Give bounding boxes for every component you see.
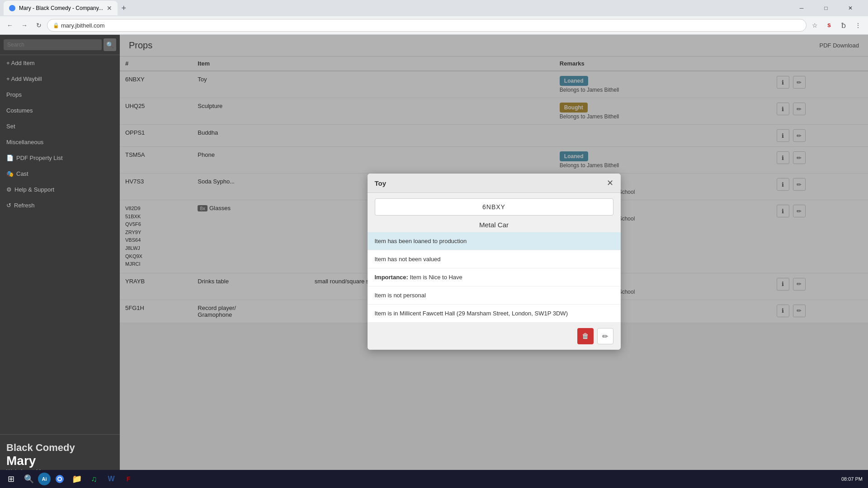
tab-bar: Mary - Black Comedy - Company... ✕ + ─ □… bbox=[0, 0, 868, 16]
help-icon: ⚙ bbox=[6, 186, 12, 193]
add-waybill-button[interactable]: + Add Waybill bbox=[0, 71, 120, 87]
taskbar-icon-explorer[interactable]: 📁 bbox=[69, 471, 85, 487]
modal-info-row-4: Item is not personal bbox=[368, 286, 621, 305]
project-name: Black Comedy bbox=[6, 442, 113, 454]
search-button[interactable]: 🔍 bbox=[104, 38, 116, 51]
modal-item-id: 6NBXY bbox=[375, 198, 613, 216]
modal-delete-button[interactable]: 🗑 bbox=[577, 328, 594, 344]
modal-info-row-2: Item has not been valued bbox=[368, 250, 621, 268]
add-item-label: + Add Item bbox=[6, 60, 35, 66]
add-item-button[interactable]: + Add Item bbox=[0, 55, 120, 71]
sidebar-item-miscellaneous[interactable]: Miscellaneous bbox=[0, 134, 120, 150]
window-controls: ─ □ ✕ bbox=[791, 0, 864, 16]
main-content: Props PDF Download # Item Remarks bbox=[120, 35, 868, 488]
tab-favicon bbox=[9, 5, 15, 11]
props-label: Props bbox=[6, 91, 22, 98]
sidebar: 🔍 + Add Item + Add Waybill Props Costume… bbox=[0, 35, 120, 488]
help-support-label: Help & Support bbox=[14, 186, 54, 193]
extension-icon-2[interactable]: ƀ bbox=[837, 19, 850, 32]
forward-button[interactable]: → bbox=[18, 19, 31, 32]
sidebar-item-costumes[interactable]: Costumes bbox=[0, 103, 120, 118]
reload-button[interactable]: ↻ bbox=[33, 19, 45, 32]
taskbar-icon-filezilla[interactable]: F bbox=[120, 471, 137, 487]
refresh-icon: ↺ bbox=[6, 202, 11, 209]
modal-header: Toy ✕ bbox=[368, 174, 621, 193]
modal-info-row-1: Item has been loaned to production bbox=[368, 232, 621, 250]
address-bar[interactable]: 🔒 mary.jbithell.com bbox=[47, 19, 807, 32]
modal-info-row-5: Item is in Millicent Fawcett Hall (29 Ma… bbox=[368, 305, 621, 323]
taskbar-right: 08:07 PM bbox=[841, 476, 866, 482]
pdf-property-list-label: PDF Property List bbox=[16, 155, 63, 161]
costumes-label: Costumes bbox=[6, 107, 33, 114]
tab-close-button[interactable]: ✕ bbox=[107, 5, 112, 12]
sidebar-item-help-support[interactable]: ⚙ Help & Support bbox=[0, 182, 120, 197]
cast-label: Cast bbox=[16, 170, 28, 177]
address-bar-row: ← → ↻ 🔒 mary.jbithell.com ☆ S ƀ ⋮ bbox=[0, 16, 868, 34]
taskbar: ⊞ 🔍 Ai 📁 ♫ W F 08:07 PM bbox=[0, 470, 868, 488]
taskbar-time: 08:07 PM bbox=[841, 476, 863, 482]
sidebar-item-pdf-property-list[interactable]: 📄 PDF Property List bbox=[0, 150, 120, 166]
browser-chrome: Mary - Black Comedy - Company... ✕ + ─ □… bbox=[0, 0, 868, 35]
item-detail-modal: Toy ✕ 6NBXY Metal Car Item has been loan… bbox=[368, 174, 621, 350]
refresh-label: Refresh bbox=[14, 202, 35, 209]
pdf-icon: 📄 bbox=[6, 155, 14, 161]
taskbar-icon-word[interactable]: W bbox=[103, 471, 119, 487]
modal-edit-button[interactable]: ✏ bbox=[597, 328, 613, 344]
app-layout: 🔍 + Add Item + Add Waybill Props Costume… bbox=[0, 35, 868, 488]
star-icon[interactable]: ☆ bbox=[808, 19, 821, 32]
url-text: mary.jbithell.com bbox=[61, 22, 105, 29]
add-waybill-label: + Add Waybill bbox=[6, 75, 42, 82]
taskbar-icon-spotify[interactable]: ♫ bbox=[86, 471, 102, 487]
scene-name: Mary bbox=[6, 454, 113, 468]
start-button[interactable]: ⊞ bbox=[2, 471, 20, 487]
toolbar-icons: ☆ S ƀ ⋮ bbox=[808, 19, 864, 32]
active-tab[interactable]: Mary - Black Comedy - Company... ✕ bbox=[4, 1, 118, 15]
maximize-button[interactable]: □ bbox=[816, 0, 836, 16]
svg-point-2 bbox=[58, 478, 61, 480]
miscellaneous-label: Miscellaneous bbox=[6, 139, 43, 145]
sidebar-item-refresh[interactable]: ↺ Refresh bbox=[0, 197, 120, 213]
lock-icon: 🔒 bbox=[53, 23, 59, 28]
modal-close-button[interactable]: ✕ bbox=[607, 179, 613, 187]
taskbar-icon-chrome[interactable] bbox=[52, 471, 68, 487]
modal-title: Toy bbox=[375, 179, 387, 187]
tab-title: Mary - Black Comedy - Company... bbox=[19, 5, 103, 11]
modal-item-name: Metal Car bbox=[368, 221, 621, 229]
minimize-button[interactable]: ─ bbox=[791, 0, 812, 16]
modal-info-row-3: Importance: Item is Nice to Have bbox=[368, 268, 621, 286]
taskbar-icon-search[interactable]: 🔍 bbox=[21, 471, 37, 487]
close-window-button[interactable]: ✕ bbox=[840, 0, 861, 16]
taskbar-icon-cortana[interactable]: Ai bbox=[38, 473, 51, 485]
sidebar-item-cast[interactable]: 🎭 Cast bbox=[0, 166, 120, 182]
modal-info-list: Item has been loaned to production Item … bbox=[368, 232, 621, 323]
extension-icon-1[interactable]: S bbox=[823, 19, 835, 32]
modal-overlay[interactable]: Toy ✕ 6NBXY Metal Car Item has been loan… bbox=[120, 35, 868, 488]
sidebar-item-set[interactable]: Set bbox=[0, 118, 120, 134]
sidebar-search-area: 🔍 bbox=[0, 35, 120, 55]
cast-icon: 🎭 bbox=[6, 170, 14, 177]
search-input[interactable] bbox=[4, 39, 102, 50]
modal-footer: 🗑 ✏ bbox=[368, 323, 621, 350]
set-label: Set bbox=[6, 123, 15, 130]
back-button[interactable]: ← bbox=[4, 19, 16, 32]
menu-icon[interactable]: ⋮ bbox=[852, 19, 864, 32]
sidebar-item-props[interactable]: Props bbox=[0, 87, 120, 103]
new-tab-button[interactable]: + bbox=[118, 2, 130, 14]
